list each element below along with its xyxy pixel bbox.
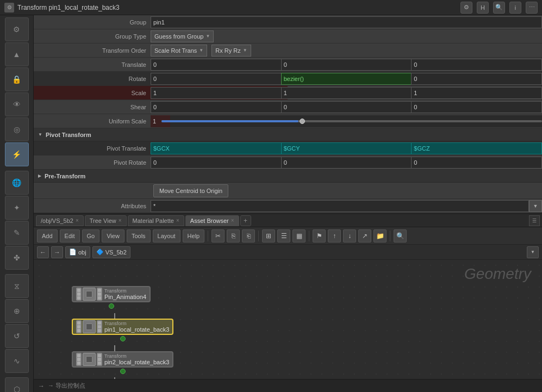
pre-transform-section[interactable]: ▶ Pre-Transform [34, 170, 542, 183]
node-pin-animation4[interactable]: Transform Pin_Animation4 [72, 286, 151, 309]
ng-list-btn[interactable]: ☰ [277, 229, 290, 242]
breadcrumb-back-btn[interactable]: ← [37, 246, 49, 258]
scale-row: Scale [34, 86, 542, 100]
tab-tree-close[interactable]: × [119, 217, 122, 223]
shear-z-input[interactable] [411, 101, 542, 113]
ng-canvas[interactable]: Geometry [34, 260, 542, 392]
tab-material-close[interactable]: × [176, 217, 179, 223]
move-centroid-btn[interactable]: Move Centroid to Origin [153, 184, 228, 197]
pivot-translate-x-input[interactable] [151, 142, 281, 154]
sidebar-btn-move[interactable]: ✤ [5, 246, 29, 270]
scale-z-input[interactable] [411, 87, 542, 99]
ng-paste-btn[interactable]: ⎗ [242, 229, 255, 242]
breadcrumb-forward-btn[interactable]: → [51, 246, 63, 258]
pivot-translate-row: Pivot Translate [34, 141, 542, 155]
ng-flag-btn[interactable]: ⚑ [313, 229, 326, 242]
breadcrumb-vs-item[interactable]: 🔷 VS_5b2 [92, 246, 130, 258]
ng-up-btn[interactable]: ↑ [328, 229, 341, 242]
node-pin1-local-body[interactable]: Transform pin1_local_rotate_back3 [72, 319, 173, 335]
sidebar-btn-view[interactable]: 👁 [5, 92, 29, 116]
shear-x-input[interactable] [151, 101, 281, 113]
pivot-rotate-z-input[interactable] [411, 157, 542, 169]
rotate-x-input[interactable] [151, 73, 281, 85]
ng-share-btn[interactable]: ↗ [358, 229, 371, 242]
rotate-y-input[interactable] [281, 73, 412, 85]
ng-copy-btn[interactable]: ⎘ [227, 229, 240, 242]
breadcrumb-dropdown[interactable]: ▼ [527, 246, 539, 258]
translate-z-input[interactable] [411, 59, 542, 71]
sidebar-btn-star[interactable]: ✦ [5, 196, 29, 220]
attributes-dropdown-btn[interactable]: ▼ [529, 200, 542, 212]
settings-btn[interactable]: ⚙ [460, 2, 472, 14]
ng-help-btn[interactable]: Help [183, 229, 205, 242]
pivot-translate-y-input[interactable] [281, 142, 412, 154]
tab-asset-browser[interactable]: Asset Browser × [185, 215, 239, 226]
ng-go-btn[interactable]: Go [82, 229, 100, 242]
info-btn[interactable]: i [509, 2, 521, 14]
sidebar-btn-edit[interactable]: ✎ [5, 221, 29, 245]
sidebar-btn-time[interactable]: ⧖ [5, 274, 29, 298]
tab-add-btn[interactable]: + [240, 215, 251, 226]
node-pin2-local-connector[interactable] [120, 369, 126, 374]
ng-add-btn[interactable]: Add [37, 229, 58, 242]
node-pin2-local-body[interactable]: Transform pin2_local_rotate_back3 [72, 351, 173, 368]
pivot-translate-label: Pivot Translate [34, 145, 151, 152]
pivot-rotate-x-input[interactable] [151, 157, 281, 169]
sidebar-btn-target[interactable]: ◎ [5, 117, 29, 141]
uniform-scale-handle[interactable] [300, 119, 305, 124]
tab-menu-btn[interactable]: ☰ [529, 215, 540, 226]
more-btn[interactable]: ⋯ [526, 2, 538, 14]
ng-grid-btn[interactable]: ⊞ [262, 229, 275, 242]
pivot-translate-inputs [151, 142, 542, 154]
tab-tree-view[interactable]: Tree View × [85, 215, 127, 226]
ng-view-btn[interactable]: View [102, 229, 124, 242]
attributes-input[interactable] [151, 200, 529, 212]
ng-folder-btn[interactable]: 📁 [373, 229, 387, 242]
translate-y-input[interactable] [281, 59, 412, 71]
node-pin2-local[interactable]: Transform pin2_local_rotate_back3 [72, 351, 173, 374]
sidebar-btn-settings[interactable]: ⚙ [5, 17, 29, 41]
ng-view2-btn[interactable]: ▦ [292, 229, 306, 242]
pivot-translate-z-input[interactable] [411, 142, 542, 154]
pivot-transform-section[interactable]: ▼ Pivot Transform [34, 128, 542, 141]
ng-search-btn[interactable]: 🔍 [394, 229, 407, 242]
node-pin1-local[interactable]: Transform pin1_local_rotate_back3 [72, 319, 173, 341]
sidebar-btn-add[interactable]: ⊕ [5, 299, 29, 323]
rotate-order-dropdown[interactable]: Rx Ry Rz ▼ [211, 45, 251, 57]
scale-y-input[interactable] [281, 87, 412, 99]
ng-layout-btn[interactable]: Layout [153, 229, 180, 242]
tab-asset-close[interactable]: × [231, 217, 234, 223]
sidebar-btn-rotate[interactable]: ↺ [5, 324, 29, 348]
tab-obj[interactable]: /obj/VS_5b2 × [36, 215, 84, 226]
breadcrumb-obj-item[interactable]: 📄 obj [65, 246, 90, 258]
home-btn[interactable]: H [477, 2, 489, 14]
uniform-scale-label: Uniform Scale [34, 118, 151, 125]
translate-x-input[interactable] [151, 59, 281, 71]
tab-obj-close[interactable]: × [76, 217, 79, 223]
rotate-z-input[interactable] [411, 73, 542, 85]
ng-cut-btn[interactable]: ✂ [211, 229, 225, 242]
node-pin-animation4-body[interactable]: Transform Pin_Animation4 [72, 286, 151, 302]
node-pin1-local-connector[interactable] [120, 336, 126, 341]
sidebar-btn-wave[interactable]: ∿ [5, 349, 29, 373]
sidebar-btn-hex[interactable]: ⬡ [5, 377, 29, 392]
sidebar-btn-lock[interactable]: 🔒 [5, 67, 29, 91]
app-icon: ⚙ [4, 3, 14, 13]
search-btn[interactable]: 🔍 [493, 2, 505, 14]
ng-tools-btn[interactable]: Tools [127, 229, 151, 242]
sidebar-btn-geo[interactable]: ▲ [5, 42, 29, 66]
pivot-rotate-y-input[interactable] [281, 157, 412, 169]
group-input[interactable] [151, 16, 542, 28]
sidebar-btn-active[interactable]: ⚡ [5, 142, 29, 166]
tab-material-palette[interactable]: Material Palette × [128, 215, 184, 226]
shear-y-input[interactable] [281, 101, 412, 113]
sidebar-btn-globe[interactable]: 🌐 [5, 171, 29, 195]
scale-x-input[interactable] [151, 87, 281, 99]
rotate-row: Rotate [34, 72, 542, 86]
transform-order-value: Scale Rot Trans ▼ Rx Ry Rz ▼ [151, 45, 542, 57]
transform-order-dropdown[interactable]: Scale Rot Trans ▼ [151, 45, 207, 57]
node-pin-animation4-connector[interactable] [109, 303, 114, 309]
ng-edit-btn[interactable]: Edit [60, 229, 80, 242]
group-type-dropdown[interactable]: Guess from Group ▼ [151, 30, 214, 42]
ng-down-btn[interactable]: ↓ [343, 229, 356, 242]
